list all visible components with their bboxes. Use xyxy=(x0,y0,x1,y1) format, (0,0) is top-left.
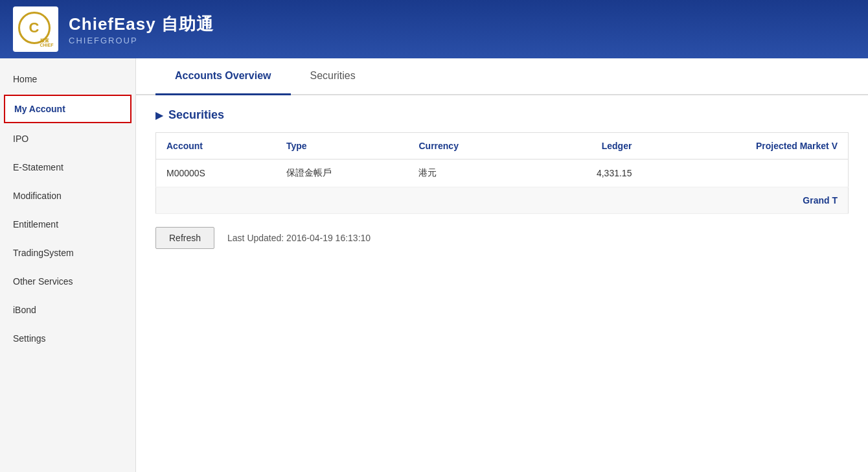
sidebar-item-my-account[interactable]: My Account xyxy=(4,95,131,123)
col-type: Type xyxy=(276,133,409,159)
logo-inner: C 致富CHIEF xyxy=(18,12,54,47)
sidebar-item-trading-system[interactable]: TradingSystem xyxy=(0,239,135,267)
sidebar-item-settings[interactable]: Settings xyxy=(0,324,135,353)
sidebar-item-ibond[interactable]: iBond xyxy=(0,296,135,324)
tab-accounts-overview[interactable]: Accounts Overview xyxy=(155,58,291,95)
securities-table: Account Type Currency Ledger Projected M… xyxy=(155,132,849,214)
sidebar-item-home[interactable]: Home xyxy=(0,65,135,93)
table-header-row: Account Type Currency Ledger Projected M… xyxy=(156,133,849,159)
logo-box: C 致富CHIEF xyxy=(13,6,58,52)
cell-type: 保證金帳戶 xyxy=(276,159,409,187)
cell-projected-market xyxy=(642,159,848,187)
table-wrapper: Account Type Currency Ledger Projected M… xyxy=(155,132,849,214)
col-ledger: Ledger xyxy=(530,133,642,159)
col-projected-market: Projected Market V xyxy=(642,133,848,159)
logo-sub-text: 致富CHIEF xyxy=(40,38,54,47)
header-title: ChiefEasy 自助通 CHIEFGROUP xyxy=(69,13,214,45)
cell-currency: 港元 xyxy=(408,159,529,187)
table-row: M00000S 保證金帳戶 港元 4,331.15 xyxy=(156,159,849,187)
company-name: CHIEFGROUP xyxy=(69,36,214,45)
footer-area: Refresh Last Updated: 2016-04-19 16:13:1… xyxy=(155,227,849,249)
logo-c-letter: C xyxy=(29,19,40,36)
tab-bar: Accounts Overview Securities xyxy=(136,58,868,95)
grand-total-cell: Grand T xyxy=(156,187,849,214)
grand-total-row: Grand T xyxy=(156,187,849,214)
refresh-button[interactable]: Refresh xyxy=(155,227,214,249)
last-updated-text: Last Updated: 2016-04-19 16:13:10 xyxy=(227,233,371,243)
tab-securities[interactable]: Securities xyxy=(291,58,375,95)
col-account: Account xyxy=(156,133,276,159)
sidebar-item-modification[interactable]: Modification xyxy=(0,182,135,210)
section-arrow-icon: ▶ xyxy=(155,109,163,121)
cell-account: M00000S xyxy=(156,159,276,187)
sidebar-item-entitlement[interactable]: Entitlement xyxy=(0,210,135,239)
main-layout: Home My Account IPO E-Statement Modifica… xyxy=(0,58,868,472)
content-area: Accounts Overview Securities ▶ Securitie… xyxy=(136,58,868,472)
sidebar-item-other-services[interactable]: Other Services xyxy=(0,267,135,296)
section-title: Securities xyxy=(168,108,224,122)
sidebar-item-e-statement[interactable]: E-Statement xyxy=(0,153,135,182)
content-body: ▶ Securities Account Type Currency Ledge… xyxy=(136,95,868,472)
col-currency: Currency xyxy=(408,133,529,159)
section-header: ▶ Securities xyxy=(155,108,849,122)
app-header: C 致富CHIEF ChiefEasy 自助通 CHIEFGROUP xyxy=(0,0,868,58)
sidebar: Home My Account IPO E-Statement Modifica… xyxy=(0,58,136,472)
app-name: ChiefEasy 自助通 xyxy=(69,13,214,36)
sidebar-item-ipo[interactable]: IPO xyxy=(0,124,135,153)
cell-ledger: 4,331.15 xyxy=(530,159,642,187)
